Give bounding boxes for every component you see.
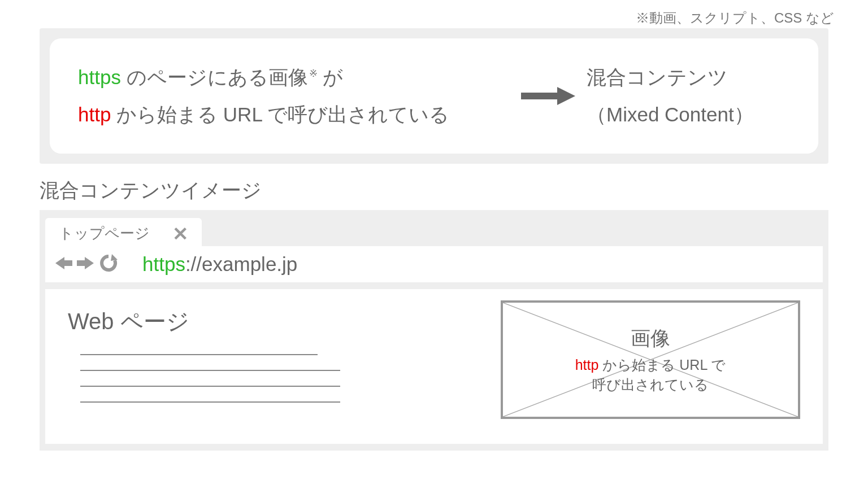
footnote-top: ※動画、スクリプト、CSS など xyxy=(636,9,834,27)
line1-suffix: が xyxy=(318,66,344,88)
http-label: http xyxy=(575,357,599,373)
line1-rest: のページにある画像 xyxy=(121,66,308,88)
result-line1: 混合コンテンツ xyxy=(587,59,796,97)
image-placeholder: 画像 http から始まる URL で 呼び出されている xyxy=(501,300,800,419)
browser-toolbar: https://example.jp xyxy=(45,246,823,282)
explanation-card: https のページにある画像※ が http から始まる URL で呼び出され… xyxy=(50,38,818,154)
arrow-icon xyxy=(507,85,587,107)
section-title: 混合コンテンツイメージ xyxy=(40,177,262,204)
url-rest: ://example.jp xyxy=(185,253,297,275)
svg-marker-3 xyxy=(77,257,94,269)
text-line xyxy=(80,386,340,387)
text-placeholder xyxy=(80,354,467,403)
svg-marker-4 xyxy=(111,254,118,261)
close-icon[interactable]: ✕ xyxy=(172,224,188,243)
footnote-marker: ※ xyxy=(309,68,318,79)
https-label: https xyxy=(78,66,121,88)
refresh-icon[interactable] xyxy=(98,253,119,276)
page-area: Web ページ 画像 http から始まる URL で 呼び出されている xyxy=(45,289,823,444)
svg-marker-2 xyxy=(55,257,72,269)
browser-tab[interactable]: トップページ ✕ xyxy=(45,218,202,248)
explanation-text: https のページにある画像※ が http から始まる URL で呼び出され… xyxy=(78,59,507,134)
text-line xyxy=(80,401,340,403)
page-heading: Web ページ xyxy=(68,306,467,337)
back-icon[interactable] xyxy=(55,256,72,273)
http-label: http xyxy=(78,103,111,125)
image-subtext: http から始まる URL で 呼び出されている xyxy=(575,355,726,395)
image-label: 画像 xyxy=(631,325,670,352)
line2-rest: から始まる URL で呼び出されている xyxy=(111,103,449,125)
tab-label: トップページ xyxy=(59,224,150,243)
forward-icon[interactable] xyxy=(77,256,94,273)
image-sub-rest2: 呼び出されている xyxy=(592,377,709,392)
url-bar[interactable]: https://example.jp xyxy=(142,253,297,276)
url-scheme: https xyxy=(142,253,185,275)
svg-marker-1 xyxy=(557,87,575,105)
explanation-panel: https のページにある画像※ が http から始まる URL で呼び出され… xyxy=(40,28,828,164)
image-sub-rest1: から始まる URL で xyxy=(598,357,726,373)
explanation-result: 混合コンテンツ （Mixed Content） xyxy=(587,59,796,134)
result-line2: （Mixed Content） xyxy=(587,96,796,134)
text-line xyxy=(80,354,318,355)
page-content: Web ページ xyxy=(68,300,467,433)
text-line xyxy=(80,370,340,371)
browser-frame: トップページ ✕ https://example.jp Web ページ xyxy=(40,210,828,451)
